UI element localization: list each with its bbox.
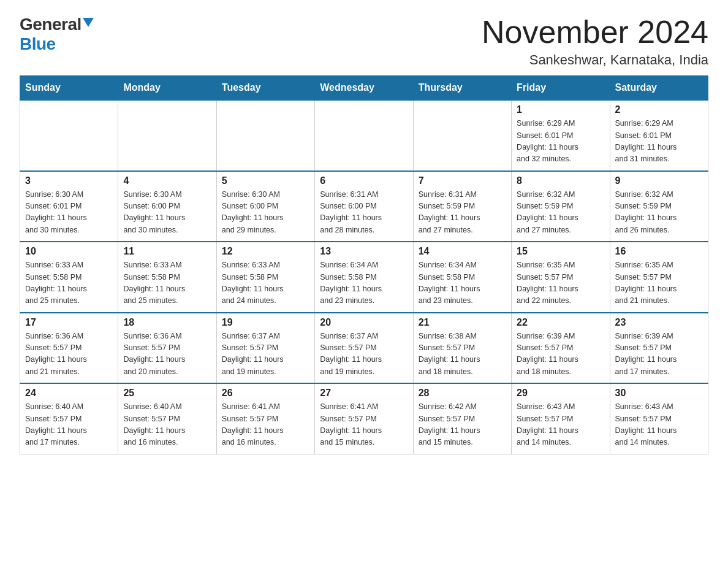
day-number: 30 — [615, 388, 703, 399]
calendar-cell: 3Sunrise: 6:30 AMSunset: 6:01 PMDaylight… — [20, 171, 118, 242]
calendar-cell: 7Sunrise: 6:31 AMSunset: 5:59 PMDaylight… — [413, 171, 511, 242]
calendar-cell: 20Sunrise: 6:37 AMSunset: 5:57 PMDayligh… — [315, 313, 413, 384]
calendar-week-row: 24Sunrise: 6:40 AMSunset: 5:57 PMDayligh… — [20, 383, 708, 454]
calendar-cell: 25Sunrise: 6:40 AMSunset: 5:57 PMDayligh… — [118, 383, 216, 454]
day-number: 27 — [320, 388, 408, 399]
calendar-cell — [20, 100, 118, 171]
day-info: Sunrise: 6:40 AMSunset: 5:57 PMDaylight:… — [123, 401, 211, 449]
calendar-header-friday: Friday — [512, 76, 610, 101]
day-number: 25 — [123, 388, 211, 399]
calendar-cell: 22Sunrise: 6:39 AMSunset: 5:57 PMDayligh… — [512, 313, 610, 384]
day-info: Sunrise: 6:32 AMSunset: 5:59 PMDaylight:… — [517, 189, 604, 237]
calendar-cell: 2Sunrise: 6:29 AMSunset: 6:01 PMDaylight… — [610, 100, 708, 171]
calendar-cell: 9Sunrise: 6:32 AMSunset: 5:59 PMDaylight… — [610, 171, 708, 242]
logo: General Blue — [20, 15, 94, 54]
calendar-cell — [413, 100, 511, 171]
day-number: 7 — [419, 175, 506, 186]
calendar-cell — [118, 100, 216, 171]
calendar-cell: 8Sunrise: 6:32 AMSunset: 5:59 PMDaylight… — [512, 171, 610, 242]
day-number: 17 — [25, 317, 113, 328]
calendar-cell: 23Sunrise: 6:39 AMSunset: 5:57 PMDayligh… — [610, 313, 708, 384]
day-number: 2 — [615, 104, 703, 115]
day-number: 20 — [320, 317, 408, 328]
calendar-header-tuesday: Tuesday — [216, 76, 314, 101]
calendar-header-thursday: Thursday — [413, 76, 511, 101]
calendar-cell: 5Sunrise: 6:30 AMSunset: 6:00 PMDaylight… — [216, 171, 314, 242]
calendar-cell: 24Sunrise: 6:40 AMSunset: 5:57 PMDayligh… — [20, 383, 118, 454]
calendar-week-row: 1Sunrise: 6:29 AMSunset: 6:01 PMDaylight… — [20, 100, 708, 171]
day-info: Sunrise: 6:36 AMSunset: 5:57 PMDaylight:… — [123, 331, 211, 378]
day-number: 19 — [222, 317, 309, 328]
title-block: November 2024 Sankeshwar, Karnataka, Ind… — [482, 15, 708, 68]
day-number: 6 — [320, 175, 408, 186]
day-info: Sunrise: 6:43 AMSunset: 5:57 PMDaylight:… — [615, 401, 703, 449]
day-info: Sunrise: 6:35 AMSunset: 5:57 PMDaylight:… — [517, 259, 604, 307]
calendar-header-monday: Monday — [118, 76, 216, 101]
day-number: 15 — [517, 246, 604, 257]
calendar-cell: 17Sunrise: 6:36 AMSunset: 5:57 PMDayligh… — [20, 313, 118, 384]
calendar-cell: 14Sunrise: 6:34 AMSunset: 5:58 PMDayligh… — [413, 242, 511, 313]
calendar-cell: 26Sunrise: 6:41 AMSunset: 5:57 PMDayligh… — [216, 383, 314, 454]
day-number: 18 — [123, 317, 211, 328]
day-info: Sunrise: 6:41 AMSunset: 5:57 PMDaylight:… — [222, 401, 309, 449]
logo-general: General — [20, 15, 82, 34]
calendar-table: SundayMondayTuesdayWednesdayThursdayFrid… — [20, 75, 708, 454]
calendar-cell: 15Sunrise: 6:35 AMSunset: 5:57 PMDayligh… — [512, 242, 610, 313]
calendar-cell — [216, 100, 314, 171]
day-number: 4 — [123, 175, 211, 186]
calendar-cell: 1Sunrise: 6:29 AMSunset: 6:01 PMDaylight… — [512, 100, 610, 171]
page-header: General Blue November 2024 Sankeshwar, K… — [20, 15, 708, 68]
calendar-title: November 2024 — [482, 15, 708, 50]
day-number: 16 — [615, 246, 703, 257]
day-number: 26 — [222, 388, 309, 399]
calendar-cell: 28Sunrise: 6:42 AMSunset: 5:57 PMDayligh… — [413, 383, 511, 454]
calendar-cell: 10Sunrise: 6:33 AMSunset: 5:58 PMDayligh… — [20, 242, 118, 313]
day-number: 5 — [222, 175, 309, 186]
day-number: 12 — [222, 246, 309, 257]
day-number: 9 — [615, 175, 703, 186]
calendar-header-row: SundayMondayTuesdayWednesdayThursdayFrid… — [20, 76, 708, 101]
calendar-cell: 4Sunrise: 6:30 AMSunset: 6:00 PMDaylight… — [118, 171, 216, 242]
day-number: 24 — [25, 388, 113, 399]
day-number: 22 — [517, 317, 604, 328]
calendar-week-row: 3Sunrise: 6:30 AMSunset: 6:01 PMDaylight… — [20, 171, 708, 242]
day-number: 8 — [517, 175, 604, 186]
day-info: Sunrise: 6:32 AMSunset: 5:59 PMDaylight:… — [615, 189, 703, 237]
day-info: Sunrise: 6:29 AMSunset: 6:01 PMDaylight:… — [517, 118, 604, 166]
calendar-header-wednesday: Wednesday — [315, 76, 413, 101]
day-number: 1 — [517, 104, 604, 115]
day-info: Sunrise: 6:40 AMSunset: 5:57 PMDaylight:… — [25, 401, 113, 449]
day-number: 14 — [419, 246, 506, 257]
calendar-cell: 29Sunrise: 6:43 AMSunset: 5:57 PMDayligh… — [512, 383, 610, 454]
logo-triangle-icon — [83, 18, 94, 27]
day-info: Sunrise: 6:30 AMSunset: 6:00 PMDaylight:… — [123, 189, 211, 237]
day-info: Sunrise: 6:39 AMSunset: 5:57 PMDaylight:… — [615, 331, 703, 378]
calendar-cell: 18Sunrise: 6:36 AMSunset: 5:57 PMDayligh… — [118, 313, 216, 384]
day-number: 23 — [615, 317, 703, 328]
day-info: Sunrise: 6:31 AMSunset: 5:59 PMDaylight:… — [419, 189, 506, 237]
day-number: 3 — [25, 175, 113, 186]
day-info: Sunrise: 6:39 AMSunset: 5:57 PMDaylight:… — [517, 331, 604, 378]
day-number: 21 — [419, 317, 506, 328]
calendar-week-row: 10Sunrise: 6:33 AMSunset: 5:58 PMDayligh… — [20, 242, 708, 313]
calendar-header-sunday: Sunday — [20, 76, 118, 101]
day-info: Sunrise: 6:33 AMSunset: 5:58 PMDaylight:… — [25, 259, 113, 307]
day-info: Sunrise: 6:34 AMSunset: 5:58 PMDaylight:… — [320, 259, 408, 307]
day-number: 11 — [123, 246, 211, 257]
calendar-header-saturday: Saturday — [610, 76, 708, 101]
day-info: Sunrise: 6:36 AMSunset: 5:57 PMDaylight:… — [25, 331, 113, 378]
calendar-cell: 27Sunrise: 6:41 AMSunset: 5:57 PMDayligh… — [315, 383, 413, 454]
calendar-cell: 16Sunrise: 6:35 AMSunset: 5:57 PMDayligh… — [610, 242, 708, 313]
logo-blue: Blue — [20, 34, 56, 54]
day-info: Sunrise: 6:31 AMSunset: 6:00 PMDaylight:… — [320, 189, 408, 237]
calendar-cell: 12Sunrise: 6:33 AMSunset: 5:58 PMDayligh… — [216, 242, 314, 313]
day-info: Sunrise: 6:43 AMSunset: 5:57 PMDaylight:… — [517, 401, 604, 449]
calendar-cell: 30Sunrise: 6:43 AMSunset: 5:57 PMDayligh… — [610, 383, 708, 454]
day-info: Sunrise: 6:37 AMSunset: 5:57 PMDaylight:… — [320, 331, 408, 378]
calendar-week-row: 17Sunrise: 6:36 AMSunset: 5:57 PMDayligh… — [20, 313, 708, 384]
day-info: Sunrise: 6:42 AMSunset: 5:57 PMDaylight:… — [419, 401, 506, 449]
day-info: Sunrise: 6:37 AMSunset: 5:57 PMDaylight:… — [222, 331, 309, 378]
day-info: Sunrise: 6:29 AMSunset: 6:01 PMDaylight:… — [615, 118, 703, 166]
calendar-subtitle: Sankeshwar, Karnataka, India — [482, 52, 708, 68]
day-number: 10 — [25, 246, 113, 257]
